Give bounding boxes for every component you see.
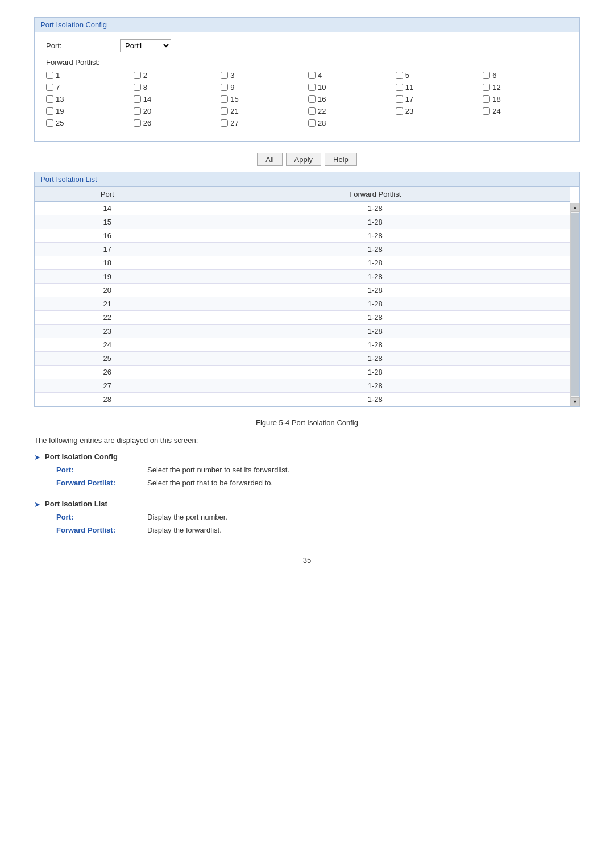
checkbox-2[interactable] [134,72,141,79]
checkbox-label-10: 10 [318,83,326,92]
checkbox-22[interactable] [308,107,316,115]
checkbox-4[interactable] [308,72,316,79]
checkbox-item-18: 18 [483,95,568,103]
checkbox-item-14: 14 [134,95,219,103]
checkbox-label-18: 18 [492,95,500,103]
checkbox-item-19: 19 [46,107,131,115]
checkbox-label-13: 13 [56,95,64,103]
arrow-icon: ➤ [34,500,40,509]
checkbox-item-8: 8 [134,83,219,92]
forward-portlist-label: Forward Portlist: [46,58,568,67]
checkbox-item-4: 4 [308,71,393,80]
table-cell-port: 25 [35,352,180,366]
port-select[interactable]: Port1Port2Port3Port4Port5Port6Port7Port8… [120,39,171,52]
table-scrollbar[interactable]: ▲ ▼ [570,203,579,406]
checkbox-24[interactable] [483,107,490,115]
checkbox-item-23: 23 [396,107,481,115]
checkbox-28[interactable] [308,119,316,127]
all-button[interactable]: All [257,153,282,166]
checkbox-item-12: 12 [483,83,568,92]
table-cell-forward: 1-28 [180,311,570,325]
col-header-port: Port [35,187,180,202]
scrollbar-up-button[interactable]: ▲ [571,203,580,212]
checkbox-11[interactable] [396,84,403,91]
table-row: 161-28 [35,229,570,243]
checkbox-item-27: 27 [221,119,306,127]
scrollbar-thumb [571,213,579,396]
checkbox-7[interactable] [46,84,53,91]
table-cell-forward: 1-28 [180,256,570,270]
checkbox-17[interactable] [396,95,403,103]
apply-button[interactable]: Apply [286,153,322,166]
port-row: Port: Port1Port2Port3Port4Port5Port6Port… [46,39,568,52]
checkbox-6[interactable] [483,72,490,79]
checkbox-12[interactable] [483,84,490,91]
table-cell-forward: 1-28 [180,297,570,311]
table-cell-port: 22 [35,311,180,325]
table-cell-forward: 1-28 [180,379,570,393]
list-table-wrapper: Port Forward Portlist 141-28151-28161-28… [35,187,579,406]
desc-field-row: Forward Portlist:Select the port that to… [56,479,289,487]
forward-portlist-checkboxes: 1234567891011121314151617181920212223242… [46,71,568,127]
checkbox-10[interactable] [308,84,316,91]
checkbox-8[interactable] [134,84,141,91]
table-cell-forward: 1-28 [180,229,570,243]
checkbox-label-26: 26 [143,119,151,127]
checkbox-label-24: 24 [492,107,500,115]
table-row: 191-28 [35,270,570,284]
arrow-icon: ➤ [34,453,40,462]
checkbox-label-2: 2 [143,71,147,80]
list-section-header: Port Isolation List [35,172,579,187]
table-row: 151-28 [35,215,570,229]
checkbox-5[interactable] [396,72,403,79]
checkbox-label-3: 3 [230,71,234,80]
checkbox-19[interactable] [46,107,53,115]
col-header-forward: Forward Portlist [180,187,570,202]
checkbox-23[interactable] [396,107,403,115]
desc-section-title: Port Isolation Config [45,452,289,461]
checkbox-label-7: 7 [56,83,60,92]
checkbox-21[interactable] [221,107,228,115]
checkbox-25[interactable] [46,119,53,127]
checkbox-item-24: 24 [483,107,568,115]
port-isolation-table: Port Forward Portlist 141-28151-28161-28… [35,187,570,406]
checkbox-label-22: 22 [318,107,326,115]
table-cell-forward: 1-28 [180,215,570,229]
desc-section: ➤Port Isolation ConfigPort:Select the po… [34,452,580,492]
checkbox-13[interactable] [46,95,53,103]
checkbox-item-15: 15 [221,95,306,103]
desc-field-row: Port:Select the port number to set its f… [56,466,289,474]
checkbox-9[interactable] [221,84,228,91]
checkbox-15[interactable] [221,95,228,103]
table-row: 281-28 [35,393,570,406]
checkbox-18[interactable] [483,95,490,103]
checkbox-20[interactable] [134,107,141,115]
checkbox-label-14: 14 [143,95,151,103]
checkbox-item-26: 26 [134,119,219,127]
checkbox-item-28: 28 [308,119,393,127]
figure-caption: Figure 5-4 Port Isolation Config [34,418,580,427]
table-cell-forward: 1-28 [180,202,570,215]
table-row: 211-28 [35,297,570,311]
config-section-title: Port Isolation Config [40,20,107,29]
checkbox-label-19: 19 [56,107,64,115]
help-button[interactable]: Help [325,153,357,166]
table-cell-port: 17 [35,243,180,256]
table-row: 251-28 [35,352,570,366]
checkbox-item-11: 11 [396,83,481,92]
desc-field-value: Display the port number. [147,513,227,521]
table-cell-port: 24 [35,338,180,352]
checkbox-3[interactable] [221,72,228,79]
checkbox-27[interactable] [221,119,228,127]
checkbox-1[interactable] [46,72,53,79]
port-isolation-config-section: Port Isolation Config Port: Port1Port2Po… [34,17,580,142]
table-cell-port: 16 [35,229,180,243]
checkbox-label-17: 17 [405,95,413,103]
scrollbar-down-button[interactable]: ▼ [571,397,580,406]
checkbox-26[interactable] [134,119,141,127]
checkbox-label-1: 1 [56,71,60,80]
checkbox-16[interactable] [308,95,316,103]
checkbox-item-5: 5 [396,71,481,80]
checkbox-14[interactable] [134,95,141,103]
checkbox-item-6: 6 [483,71,568,80]
